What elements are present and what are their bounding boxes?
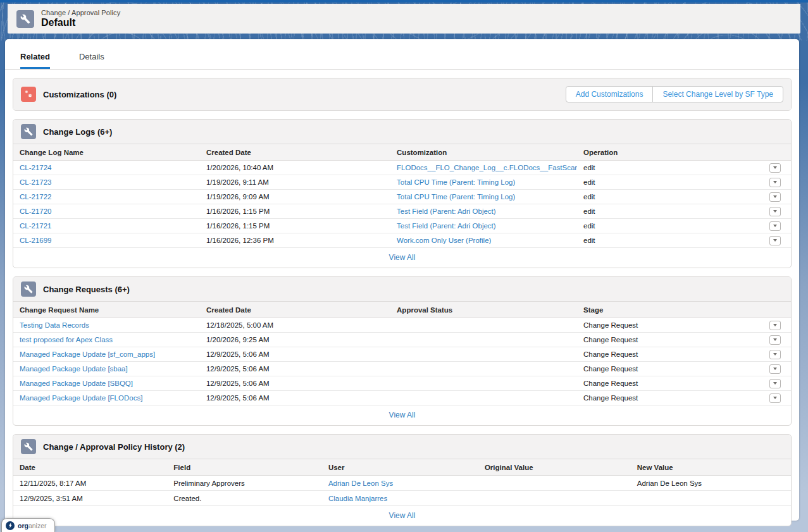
row-action-button[interactable]: [769, 236, 781, 245]
column-header: Original Value: [478, 464, 631, 471]
change-requests-wrench-icon: [21, 281, 36, 297]
table-row: CL-21722 1/19/2026, 9:09 AM Total CPU Ti…: [13, 190, 791, 204]
table-row: Managed Package Update [sf_com_apps] 12/…: [13, 347, 791, 362]
table-row: CL-21724 1/20/2026, 10:40 AM FLODocs__FL…: [13, 161, 791, 175]
row-action-button[interactable]: [769, 379, 781, 388]
row-action-button[interactable]: [769, 192, 781, 202]
created-date-cell: 1/20/2026, 9:25 AM: [200, 336, 390, 343]
history-date-cell: 12/11/2025, 8:17 AM: [13, 479, 167, 487]
change-request-link[interactable]: Managed Package Update [sf_com_apps]: [20, 350, 155, 358]
chevron-down-icon: [773, 368, 777, 370]
column-header: Created Date: [200, 149, 390, 156]
organizer-label: organizer: [18, 522, 47, 529]
add-customizations-button[interactable]: Add Customizations: [566, 86, 654, 102]
created-date-cell: 1/16/2026, 1:15 PM: [200, 207, 390, 215]
row-action-button[interactable]: [769, 178, 781, 187]
column-header: Stage: [577, 306, 762, 314]
created-date-cell: 12/9/2025, 5:06 AM: [200, 350, 390, 358]
new-value-cell: Adrian De Leon Sys: [631, 479, 782, 487]
record-type-label: Change / Approval Policy: [41, 9, 120, 16]
policy-history-column-headers: Date Field User Original Value New Value: [13, 459, 791, 476]
customization-link[interactable]: Test Field (Parent: Adri Object): [397, 207, 496, 215]
view-all-link[interactable]: View All: [389, 253, 416, 262]
history-field-cell: Created.: [167, 495, 322, 502]
user-link[interactable]: Claudia Manjarres: [328, 495, 387, 502]
chevron-down-icon: [773, 166, 777, 169]
change-request-link[interactable]: test proposed for Apex Class: [20, 336, 113, 343]
change-request-link[interactable]: Testing Data Records: [20, 321, 89, 329]
customizations-header: Customizations (0) Add Customizations Se…: [13, 78, 791, 110]
column-header: Operation: [577, 149, 762, 156]
table-row: CL-21699 1/16/2026, 12:36 PM Work.com On…: [13, 233, 791, 248]
table-row: 12/9/2025, 3:51 AM Created. Claudia Manj…: [13, 491, 791, 506]
column-header: Approval Status: [390, 306, 577, 314]
history-date-cell: 12/9/2025, 3:51 AM: [13, 495, 167, 502]
column-header: Customization: [390, 149, 577, 156]
organizer-extension-badge[interactable]: organizer: [1, 518, 55, 532]
created-date-cell: 12/9/2025, 5:06 AM: [200, 365, 390, 373]
change-request-link[interactable]: Managed Package Update [sbaa]: [20, 365, 128, 373]
chevron-down-icon: [773, 181, 777, 183]
change-log-link[interactable]: CL-21699: [20, 237, 52, 244]
change-requests-title: Change Requests (6+): [43, 285, 130, 294]
created-date-cell: 12/18/2025, 5:00 AM: [200, 321, 390, 329]
customization-link[interactable]: Total CPU Time (Parent: Timing Log): [397, 178, 515, 186]
row-action-button[interactable]: [769, 350, 781, 359]
created-date-cell: 12/9/2025, 5:06 AM: [200, 380, 390, 387]
chevron-down-icon: [773, 195, 777, 198]
customization-link[interactable]: Total CPU Time (Parent: Timing Log): [397, 193, 515, 201]
select-change-level-button[interactable]: Select Change Level by SF Type: [652, 86, 783, 102]
customization-link[interactable]: Work.com Only User (Profile): [397, 237, 491, 244]
table-row: Testing Data Records 12/18/2025, 5:00 AM…: [13, 318, 791, 333]
record-header: Change / Approval Policy Default: [8, 4, 800, 34]
history-field-cell: Preliminary Approvers: [167, 479, 322, 487]
row-action-button[interactable]: [769, 335, 781, 345]
created-date-cell: 1/20/2026, 10:40 AM: [200, 164, 390, 171]
chevron-down-icon: [773, 239, 777, 242]
table-row: CL-21720 1/16/2026, 1:15 PM Test Field (…: [13, 204, 791, 219]
chevron-down-icon: [773, 324, 777, 326]
stage-cell: Change Request: [577, 380, 762, 387]
tab-details[interactable]: Details: [79, 52, 104, 69]
user-link[interactable]: Adrian De Leon Sys: [328, 479, 393, 487]
row-action-button[interactable]: [769, 364, 781, 374]
change-logs-wrench-icon: [21, 124, 36, 139]
row-action-button[interactable]: [769, 163, 781, 173]
chevron-down-icon: [773, 210, 777, 213]
created-date-cell: 1/16/2026, 1:15 PM: [200, 222, 390, 230]
tab-related[interactable]: Related: [20, 52, 50, 69]
customizations-title: Customizations (0): [43, 90, 116, 99]
record-body-card: Related Details Customizations (0) Add C…: [5, 39, 799, 521]
tab-bar: Related Details: [5, 39, 799, 70]
customization-link[interactable]: FLODocs__FLO_Change_Log__c.FLODocs__Fast…: [397, 164, 577, 171]
stage-cell: Change Request: [577, 336, 762, 343]
policy-history-section: Change / Approval Policy History (2) Dat…: [13, 434, 792, 526]
view-all-link[interactable]: View All: [389, 411, 416, 419]
operation-cell: edit: [577, 207, 762, 215]
page-title: Default: [41, 17, 120, 28]
created-date-cell: 12/9/2025, 5:06 AM: [200, 394, 390, 402]
change-request-link[interactable]: Managed Package Update [FLODocs]: [20, 394, 142, 402]
chevron-down-icon: [773, 382, 777, 385]
customization-link[interactable]: Test Field (Parent: Adri Object): [397, 222, 496, 230]
change-log-link[interactable]: CL-21722: [20, 193, 52, 201]
customizations-actions: Add Customizations Select Change Level b…: [566, 86, 783, 102]
row-action-button[interactable]: [769, 207, 781, 216]
stage-cell: Change Request: [577, 365, 762, 373]
change-log-link[interactable]: CL-21723: [20, 178, 52, 186]
change-log-link[interactable]: CL-21724: [20, 164, 52, 171]
operation-cell: edit: [577, 237, 762, 244]
change-request-link[interactable]: Managed Package Update [SBQQ]: [20, 380, 133, 387]
created-date-cell: 1/19/2026, 9:09 AM: [200, 193, 390, 201]
change-log-link[interactable]: CL-21721: [20, 222, 52, 230]
table-row: CL-21723 1/19/2026, 9:11 AM Total CPU Ti…: [13, 175, 791, 190]
chevron-down-icon: [773, 353, 777, 356]
view-all-link[interactable]: View All: [389, 511, 416, 520]
row-action-button[interactable]: [769, 221, 781, 231]
row-action-button[interactable]: [769, 393, 781, 403]
operation-cell: edit: [577, 164, 762, 171]
change-log-link[interactable]: CL-21720: [20, 207, 52, 215]
chevron-down-icon: [773, 397, 777, 399]
change-requests-header: Change Requests (6+): [13, 277, 791, 301]
row-action-button[interactable]: [769, 321, 781, 330]
